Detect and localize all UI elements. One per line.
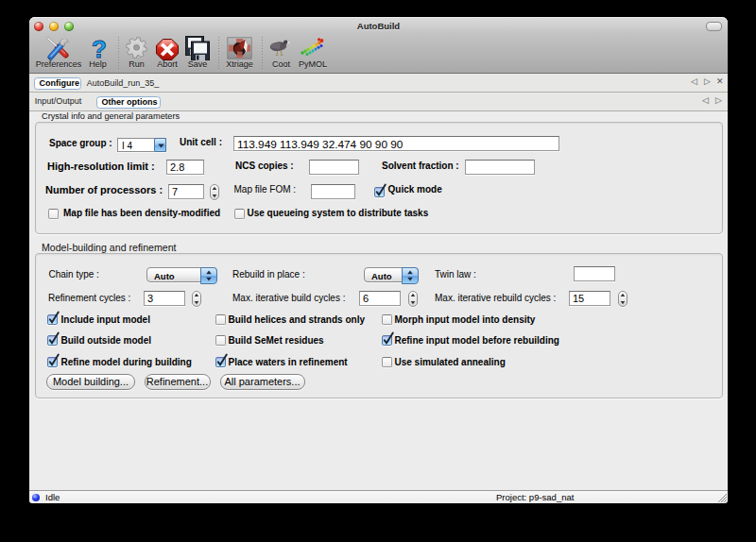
svg-text:?: ? — [92, 38, 107, 60]
